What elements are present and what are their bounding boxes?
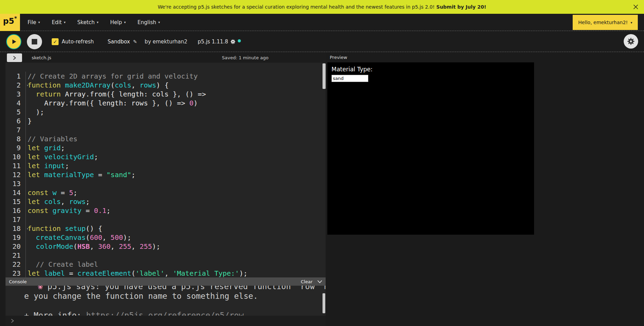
sketch-canvas: Material Type: bbox=[327, 62, 534, 235]
code-text: // Create 2D arrays for grid and velocit… bbox=[25, 72, 326, 81]
line-number: 1 bbox=[6, 72, 25, 81]
token-pl bbox=[40, 171, 44, 179]
console-log-text: e you change the function name to someth… bbox=[24, 292, 258, 300]
line-number: 8 bbox=[6, 134, 25, 143]
token-kw: const bbox=[28, 206, 48, 215]
token-pl: , bbox=[131, 242, 140, 251]
p5-logo[interactable]: p5* bbox=[0, 14, 20, 31]
menu-item-label: Sketch bbox=[77, 19, 95, 26]
token-num: 360 bbox=[98, 242, 111, 251]
banner-close-icon[interactable] bbox=[632, 3, 639, 10]
tab-sketch-js[interactable]: sketch.js bbox=[32, 55, 51, 60]
token-pl bbox=[48, 206, 52, 215]
code-text bbox=[25, 125, 326, 134]
token-fn: make2DArray bbox=[65, 81, 110, 89]
menu-item-sketch[interactable]: Sketch▾ bbox=[77, 19, 99, 26]
menu-item-english[interactable]: English▾ bbox=[137, 19, 160, 26]
token-vr: grid bbox=[44, 144, 61, 152]
token-kw: let bbox=[28, 162, 40, 170]
token-pl: = bbox=[57, 189, 69, 197]
menu-item-label: English bbox=[137, 19, 156, 26]
line-number: 7 bbox=[6, 125, 25, 134]
code-line: 3 return Array.from({ length: cols }, ()… bbox=[6, 90, 326, 99]
sidebar-collapse-button[interactable] bbox=[7, 53, 22, 62]
console-scrollbar[interactable] bbox=[323, 293, 325, 313]
token-pl: ) bbox=[194, 99, 198, 107]
token-vr: cols bbox=[44, 197, 61, 206]
editor-pane: sketch.js Saved: 1 minute ago 1// Create… bbox=[6, 52, 326, 277]
token-pl: ( bbox=[73, 242, 77, 251]
console-clear-button[interactable]: Clear bbox=[301, 279, 313, 284]
token-pl: ( bbox=[131, 269, 135, 277]
account-button[interactable]: Hello, emekturhan2! ▾ bbox=[573, 15, 638, 30]
settings-button[interactable] bbox=[624, 34, 638, 49]
console-output[interactable]: ❀p5.js says: you have used a p5.js reser… bbox=[6, 286, 326, 316]
token-fn: colorMode bbox=[36, 242, 73, 251]
token-pl: = bbox=[94, 171, 106, 179]
line-number: 9 bbox=[6, 143, 25, 152]
token-kw: let bbox=[28, 269, 40, 277]
token-pl: , bbox=[164, 269, 173, 277]
chevron-down-icon: ▾ bbox=[38, 20, 40, 24]
token-pl: ); bbox=[28, 108, 44, 116]
code-line: 13 bbox=[6, 179, 326, 188]
fold-marker-icon[interactable]: ▾ bbox=[25, 224, 30, 233]
editor-scrollbar[interactable] bbox=[323, 63, 326, 89]
console-panel: Console Clear ❀p5.js says: you have used… bbox=[6, 277, 326, 326]
saved-status: Saved: 1 minute ago bbox=[222, 55, 268, 60]
code-line: 7 bbox=[6, 125, 326, 134]
console-input-row[interactable] bbox=[6, 316, 326, 326]
code-text: } bbox=[25, 116, 326, 125]
play-button[interactable] bbox=[6, 34, 21, 49]
code-line: 22 // Create label bbox=[6, 260, 326, 269]
token-pl: ); bbox=[152, 242, 160, 251]
token-pl: ) { bbox=[156, 81, 168, 89]
logo-asterisk: * bbox=[14, 16, 17, 21]
token-kw: let bbox=[28, 153, 40, 161]
p5-version[interactable]: p5.js 1.11.8 bbox=[198, 39, 241, 45]
code-text: ); bbox=[25, 108, 326, 116]
token-pl bbox=[40, 144, 44, 152]
line-number: 14 bbox=[6, 188, 25, 197]
preview-pane: Preview Material Type: bbox=[327, 52, 644, 326]
edit-pencil-icon[interactable]: ✎ bbox=[133, 39, 137, 44]
auto-refresh-checkbox[interactable]: ✓ bbox=[52, 38, 59, 45]
p5js-web-editor: We're accepting p5.js sketches for a spe… bbox=[0, 0, 644, 326]
code-text: colorMode(HSB, 360, 255, 255); bbox=[25, 242, 326, 251]
token-pl bbox=[28, 233, 36, 242]
token-kw: let bbox=[28, 171, 40, 179]
console-link[interactable]: https://p5js.org/reference/p5/row bbox=[86, 311, 244, 316]
token-pl bbox=[40, 162, 44, 170]
flower-icon: ❀ bbox=[38, 286, 43, 291]
token-fn: createElement bbox=[78, 269, 132, 277]
material-type-input[interactable] bbox=[331, 75, 368, 82]
menu-item-file[interactable]: File▾ bbox=[28, 19, 40, 26]
code-text bbox=[25, 215, 326, 224]
console-collapse-chevron-icon[interactable] bbox=[317, 280, 322, 283]
token-pl bbox=[40, 153, 44, 161]
token-pl: ; bbox=[73, 189, 77, 197]
line-number: 11 bbox=[6, 161, 25, 170]
stop-button[interactable] bbox=[27, 34, 42, 49]
chevron-down-icon: ▾ bbox=[97, 20, 99, 24]
menu-item-edit[interactable]: Edit▾ bbox=[52, 19, 65, 26]
fold-marker-icon[interactable]: ▾ bbox=[25, 81, 30, 90]
code-line: 21 bbox=[6, 251, 326, 260]
code-line: 17 bbox=[6, 215, 326, 224]
token-kw: let bbox=[28, 197, 40, 206]
token-pl: , bbox=[131, 81, 140, 89]
code-line: 15let cols, rows; bbox=[6, 197, 326, 206]
token-fn: setup bbox=[65, 224, 85, 233]
chevron-right-icon bbox=[12, 55, 17, 60]
code-lines: 1// Create 2D arrays for grid and veloci… bbox=[6, 63, 326, 277]
token-pl: ; bbox=[86, 197, 90, 206]
token-num: 500 bbox=[111, 233, 123, 242]
project-author: by emekturhan2 bbox=[145, 39, 187, 45]
material-type-label: Material Type: bbox=[331, 66, 372, 73]
console-actions: Clear bbox=[301, 279, 322, 284]
code-editor[interactable]: 1// Create 2D arrays for grid and veloci… bbox=[6, 63, 326, 277]
code-text: const gravity = 0.1; bbox=[25, 206, 326, 215]
token-pl bbox=[61, 81, 65, 89]
console-title: Console bbox=[9, 279, 27, 284]
menu-item-help[interactable]: Help▾ bbox=[110, 19, 126, 26]
